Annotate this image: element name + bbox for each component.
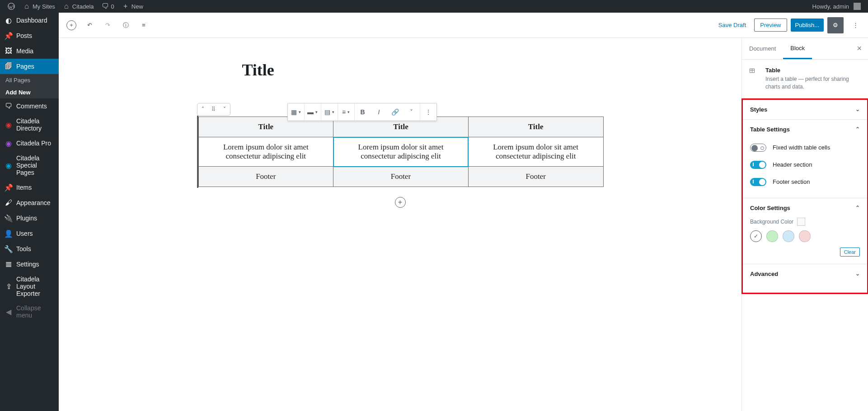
comment-icon: 🗨: [101, 2, 109, 10]
home-icon: ⌂: [62, 2, 70, 10]
wordpress-icon: [7, 2, 15, 10]
my-sites-link[interactable]: ⌂My Sites: [19, 0, 59, 13]
site-link[interactable]: ⌂Citadela: [59, 0, 98, 13]
new-label: New: [131, 3, 143, 10]
home-icon: ⌂: [23, 2, 31, 10]
plus-icon: +: [122, 2, 130, 10]
wp-logo[interactable]: [4, 0, 19, 13]
site-label: Citadela: [72, 3, 94, 10]
admin-bar: ⌂My Sites ⌂Citadela 🗨0 +New Howdy, admin: [0, 0, 868, 13]
avatar: [854, 3, 861, 10]
comments-count: 0: [111, 3, 114, 10]
new-link[interactable]: +New: [118, 0, 147, 13]
howdy-label: Howdy, admin: [812, 3, 849, 10]
comments-link[interactable]: 🗨0: [98, 0, 118, 13]
howdy-link[interactable]: Howdy, admin: [809, 0, 864, 13]
my-sites-label: My Sites: [33, 3, 55, 10]
